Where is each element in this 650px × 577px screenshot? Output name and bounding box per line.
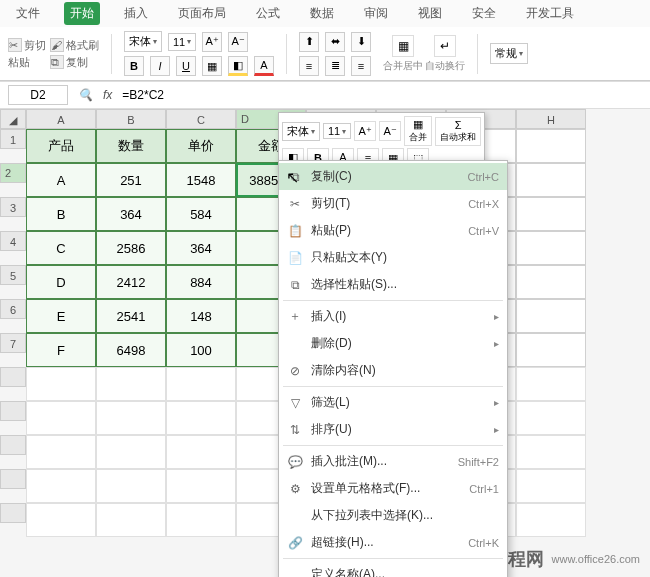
- decrease-font-button[interactable]: A⁻: [228, 32, 248, 52]
- tab-file[interactable]: 文件: [10, 2, 46, 25]
- mini-merge-button[interactable]: ▦合并: [404, 116, 432, 146]
- tab-data[interactable]: 数据: [304, 2, 340, 25]
- tab-dev[interactable]: 开发工具: [520, 2, 580, 25]
- row-header-1[interactable]: 1: [0, 129, 26, 149]
- align-right-button[interactable]: ≡: [351, 56, 371, 76]
- ctx-format-cells[interactable]: ⚙ 设置单元格格式(F)... Ctrl+1: [279, 475, 507, 502]
- increase-font-button[interactable]: A⁺: [202, 32, 222, 52]
- cell-B4[interactable]: 2586: [96, 231, 166, 265]
- mini-font-select[interactable]: 宋体▾: [282, 122, 320, 141]
- align-center-button[interactable]: ≣: [325, 56, 345, 76]
- row-header-5[interactable]: 5: [0, 265, 26, 285]
- ctx-insert[interactable]: ＋ 插入(I) ▸: [279, 303, 507, 330]
- cell-B5[interactable]: 2412: [96, 265, 166, 299]
- row-header-3[interactable]: 3: [0, 197, 26, 217]
- mini-autosum-button[interactable]: Σ自动求和: [435, 117, 481, 146]
- align-left-button[interactable]: ≡: [299, 56, 319, 76]
- tab-home[interactable]: 开始: [64, 2, 100, 25]
- row-header[interactable]: [0, 367, 26, 387]
- format-painter-button[interactable]: 🖌格式刷: [50, 38, 99, 53]
- cell-B3[interactable]: 364: [96, 197, 166, 231]
- border-button[interactable]: ▦: [202, 56, 222, 76]
- ctx-comment[interactable]: 💬 插入批注(M)... Shift+F2: [279, 448, 507, 475]
- tab-security[interactable]: 安全: [466, 2, 502, 25]
- col-header-B[interactable]: B: [96, 109, 166, 129]
- cell-A6[interactable]: E: [26, 299, 96, 333]
- cell-B1[interactable]: 数量: [96, 129, 166, 163]
- align-top-button[interactable]: ⬆: [299, 32, 319, 52]
- ctx-sort[interactable]: ⇅ 排序(U) ▸: [279, 416, 507, 443]
- cell-H5[interactable]: [516, 265, 586, 299]
- cell-C6[interactable]: 148: [166, 299, 236, 333]
- row-header[interactable]: [0, 503, 26, 523]
- select-all[interactable]: ◢: [0, 109, 26, 129]
- cell-H6[interactable]: [516, 299, 586, 333]
- copy-button[interactable]: ⧉复制: [50, 55, 99, 70]
- cell-B2[interactable]: 251: [96, 163, 166, 197]
- cell-A2[interactable]: A: [26, 163, 96, 197]
- ctx-paste-special[interactable]: ⧉ 选择性粘贴(S)...: [279, 271, 507, 298]
- ctx-delete[interactable]: 删除(D) ▸: [279, 330, 507, 357]
- cell-C4[interactable]: 364: [166, 231, 236, 265]
- fill-color-button[interactable]: ◧: [228, 56, 248, 76]
- cell-C1[interactable]: 单价: [166, 129, 236, 163]
- ctx-copy[interactable]: ⧉ 复制(C) Ctrl+C: [279, 163, 507, 190]
- font-color-button[interactable]: A: [254, 56, 274, 76]
- paste-button[interactable]: 粘贴: [8, 55, 46, 70]
- tab-review[interactable]: 审阅: [358, 2, 394, 25]
- cell-B6[interactable]: 2541: [96, 299, 166, 333]
- row-header-6[interactable]: 6: [0, 299, 26, 319]
- row-header[interactable]: [0, 401, 26, 421]
- cell-H3[interactable]: [516, 197, 586, 231]
- ctx-hyperlink[interactable]: 🔗 超链接(H)... Ctrl+K: [279, 529, 507, 556]
- cell-B7[interactable]: 6498: [96, 333, 166, 367]
- ctx-dropdown[interactable]: 从下拉列表中选择(K)...: [279, 502, 507, 529]
- row-header-2[interactable]: 2: [0, 163, 26, 183]
- formula-input[interactable]: =B2*C2: [122, 88, 164, 102]
- cut-button[interactable]: ✂剪切: [8, 38, 46, 53]
- row-header[interactable]: [0, 469, 26, 489]
- col-header-H[interactable]: H: [516, 109, 586, 129]
- bold-button[interactable]: B: [124, 56, 144, 76]
- tab-formula[interactable]: 公式: [250, 2, 286, 25]
- align-middle-button[interactable]: ⬌: [325, 32, 345, 52]
- fx-label[interactable]: fx: [103, 88, 112, 102]
- align-bottom-button[interactable]: ⬇: [351, 32, 371, 52]
- mini-increase-font[interactable]: A⁺: [354, 121, 376, 141]
- cell-A7[interactable]: F: [26, 333, 96, 367]
- tab-insert[interactable]: 插入: [118, 2, 154, 25]
- mini-decrease-font[interactable]: A⁻: [379, 121, 401, 141]
- cell-C3[interactable]: 584: [166, 197, 236, 231]
- merge-cells-button[interactable]: ▦: [392, 35, 414, 57]
- ctx-clear[interactable]: ⊘ 清除内容(N): [279, 357, 507, 384]
- wrap-text-button[interactable]: ↵: [434, 35, 456, 57]
- fx-icon[interactable]: 🔍: [78, 88, 93, 102]
- cell-A4[interactable]: C: [26, 231, 96, 265]
- number-format-select[interactable]: 常规▾: [490, 43, 528, 64]
- row-header-7[interactable]: 7: [0, 333, 26, 353]
- cell-H2[interactable]: [516, 163, 586, 197]
- cell-H1[interactable]: [516, 129, 586, 163]
- cell-A1[interactable]: 产品: [26, 129, 96, 163]
- tab-layout[interactable]: 页面布局: [172, 2, 232, 25]
- row-header[interactable]: [0, 435, 26, 455]
- col-header-A[interactable]: A: [26, 109, 96, 129]
- col-header-C[interactable]: C: [166, 109, 236, 129]
- font-name-select[interactable]: 宋体▾: [124, 31, 162, 52]
- font-size-select[interactable]: 11▾: [168, 33, 196, 51]
- cell-C5[interactable]: 884: [166, 265, 236, 299]
- row-header-4[interactable]: 4: [0, 231, 26, 251]
- cell-H4[interactable]: [516, 231, 586, 265]
- tab-view[interactable]: 视图: [412, 2, 448, 25]
- cell-H7[interactable]: [516, 333, 586, 367]
- name-box[interactable]: D2: [8, 85, 68, 105]
- underline-button[interactable]: U: [176, 56, 196, 76]
- cell-A5[interactable]: D: [26, 265, 96, 299]
- ctx-filter[interactable]: ▽ 筛选(L) ▸: [279, 389, 507, 416]
- mini-size-select[interactable]: 11▾: [323, 123, 351, 139]
- ctx-cut[interactable]: ✂ 剪切(T) Ctrl+X: [279, 190, 507, 217]
- ctx-paste[interactable]: 📋 粘贴(P) Ctrl+V: [279, 217, 507, 244]
- italic-button[interactable]: I: [150, 56, 170, 76]
- ctx-paste-text[interactable]: 📄 只粘贴文本(Y): [279, 244, 507, 271]
- cell-C2[interactable]: 1548: [166, 163, 236, 197]
